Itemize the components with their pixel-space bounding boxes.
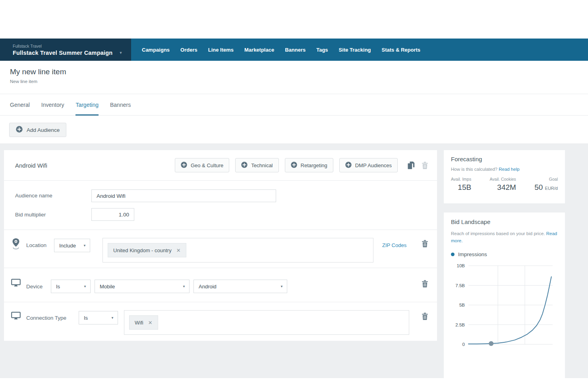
chevron-down-icon: ▼ bbox=[119, 51, 122, 55]
legend-label: Impressions bbox=[458, 251, 487, 257]
svg-text:7.5B: 7.5B bbox=[455, 283, 465, 288]
chevron-down-icon: ▼ bbox=[83, 244, 86, 247]
forecasting-title: Forecasting bbox=[451, 156, 558, 162]
connection-type-label: Connection Type bbox=[26, 315, 66, 321]
location-label: Location bbox=[26, 242, 46, 248]
connection-tags-field[interactable]: Wifi ✕ bbox=[124, 310, 409, 335]
bid-landscape-description: Reach of impressions based on your bid p… bbox=[451, 231, 545, 236]
audience-card-header: Android Wifi Geo & Culture Technical Ret… bbox=[4, 150, 437, 181]
delete-device-row-icon[interactable] bbox=[422, 280, 428, 288]
audience-card: Android Wifi Geo & Culture Technical Ret… bbox=[4, 150, 437, 341]
connection-targeting-row: Connection Type Is ▼ Wifi ✕ bbox=[4, 302, 437, 342]
remove-tag-icon[interactable]: ✕ bbox=[148, 320, 153, 325]
remove-tag-icon[interactable]: ✕ bbox=[176, 248, 181, 253]
targeting-add-buttons: Geo & Culture Technical Retargeting DMP … bbox=[175, 158, 398, 172]
device-operator-select[interactable]: Is ▼ bbox=[51, 280, 91, 293]
svg-text:0: 0 bbox=[462, 342, 465, 347]
app-screen: Fullstack Travel Fullstack Travel Summer… bbox=[0, 0, 588, 392]
delete-connection-row-icon[interactable] bbox=[422, 313, 428, 320]
tab-general[interactable]: General bbox=[10, 95, 30, 115]
advertiser-name: Fullstack Travel bbox=[13, 44, 131, 48]
main-menu: Campaigns Orders Line Items Marketplace … bbox=[142, 39, 420, 61]
audience-title: Android Wifi bbox=[15, 162, 47, 169]
device-targeting-row: Device Is ▼ Mobile ▼ Android ▼ bbox=[4, 268, 437, 302]
forecasting-panel: Forecasting How is this calculated? Read… bbox=[444, 150, 565, 203]
nav-item-tags[interactable]: Tags bbox=[316, 47, 328, 53]
nav-item-site-tracking[interactable]: Site Tracking bbox=[339, 47, 371, 53]
goal-unit: EUR/d bbox=[545, 186, 558, 191]
stat-avail-imps: Avail. Imps 15B bbox=[451, 177, 471, 192]
nav-item-stats-reports[interactable]: Stats & Reports bbox=[382, 47, 421, 53]
tab-banners[interactable]: Banners bbox=[110, 95, 131, 115]
stat-goal: Goal 50 EUR/d bbox=[534, 177, 558, 192]
device-type-select[interactable]: Mobile ▼ bbox=[95, 280, 190, 293]
impressions-line-chart: 10B7.5B5B2.5B0 bbox=[451, 263, 557, 348]
add-retargeting-button[interactable]: Retargeting bbox=[285, 158, 333, 172]
forecasting-help-text: How is this calculated? bbox=[451, 167, 497, 172]
page-subtitle: New line item bbox=[10, 79, 588, 84]
tab-targeting[interactable]: Targeting bbox=[75, 95, 99, 115]
chevron-down-icon: ▼ bbox=[83, 285, 87, 288]
delete-audience-icon[interactable] bbox=[422, 162, 428, 169]
nav-item-campaigns[interactable]: Campaigns bbox=[142, 47, 170, 53]
page-title: My new line item bbox=[10, 68, 588, 76]
chart-legend: Impressions bbox=[451, 251, 558, 257]
bid-landscape-chart: 10B7.5B5B2.5B0 bbox=[451, 263, 558, 349]
stat-avail-cookies: Avail. Cookies 342M bbox=[490, 177, 516, 192]
device-monitor-icon bbox=[11, 279, 21, 288]
svg-text:2.5B: 2.5B bbox=[455, 322, 465, 327]
add-geo-culture-button[interactable]: Geo & Culture bbox=[175, 158, 229, 172]
nav-item-orders[interactable]: Orders bbox=[180, 47, 197, 53]
top-navbar: Fullstack Travel Fullstack Travel Summer… bbox=[0, 39, 588, 61]
connection-monitor-icon bbox=[11, 312, 21, 321]
location-tags-field[interactable]: United Kingdom - country ✕ bbox=[103, 238, 373, 263]
forecasting-stats: Avail. Imps 15B Avail. Cookies 342M Goal… bbox=[451, 177, 558, 192]
nav-item-marketplace[interactable]: Marketplace bbox=[244, 47, 274, 53]
add-audience-button[interactable]: Add Audience bbox=[9, 123, 66, 137]
bid-landscape-panel: Bid Landscape Reach of impressions based… bbox=[444, 212, 565, 378]
bid-multiplier-label: Bid multiplier bbox=[15, 212, 46, 218]
campaign-switcher[interactable]: Fullstack Travel Fullstack Travel Summer… bbox=[0, 39, 131, 61]
chevron-down-icon: ▼ bbox=[182, 285, 186, 288]
location-pin-icon bbox=[11, 238, 21, 251]
read-help-link[interactable]: Read help bbox=[499, 167, 519, 172]
location-tag: United Kingdom - country ✕ bbox=[108, 243, 186, 257]
audience-name-input[interactable] bbox=[91, 189, 276, 202]
device-label: Device bbox=[26, 284, 43, 290]
page-header: My new line item New line item bbox=[0, 61, 588, 94]
location-targeting-row: Location Include ▼ United Kingdom - coun… bbox=[4, 230, 437, 268]
device-os-select[interactable]: Android ▼ bbox=[193, 280, 287, 293]
plus-circle-icon bbox=[291, 162, 297, 169]
location-operator-select[interactable]: Include ▼ bbox=[54, 239, 90, 252]
audience-basic-fields: Audience name Bid multiplier bbox=[4, 181, 437, 230]
audience-actions bbox=[407, 161, 428, 170]
tabs-bar: General Inventory Targeting Banners bbox=[0, 95, 588, 116]
add-technical-button[interactable]: Technical bbox=[235, 158, 279, 172]
bid-landscape-title: Bid Landscape bbox=[451, 218, 558, 225]
legend-dot-icon bbox=[451, 253, 455, 256]
duplicate-audience-icon[interactable] bbox=[407, 161, 415, 170]
plus-circle-icon bbox=[241, 162, 248, 169]
bid-multiplier-input[interactable] bbox=[91, 208, 134, 221]
plus-circle-icon bbox=[181, 162, 187, 169]
add-audience-bar: Add Audience bbox=[0, 116, 588, 143]
chevron-down-icon: ▼ bbox=[111, 316, 114, 320]
connection-tag: Wifi ✕ bbox=[129, 315, 158, 330]
plus-circle-icon bbox=[345, 162, 352, 169]
plus-circle-icon bbox=[16, 126, 23, 134]
nav-item-banners[interactable]: Banners bbox=[285, 47, 306, 53]
connection-operator-select[interactable]: Is ▼ bbox=[79, 311, 118, 324]
zip-codes-link[interactable]: ZIP Codes bbox=[382, 242, 406, 248]
chevron-down-icon: ▼ bbox=[280, 285, 283, 288]
add-dmp-audiences-button[interactable]: DMP Audiences bbox=[339, 158, 398, 172]
audience-name-label: Audience name bbox=[15, 193, 52, 199]
campaign-name: Fullstack Travel Summer Campaign bbox=[13, 50, 112, 56]
nav-item-line-items[interactable]: Line Items bbox=[208, 47, 234, 53]
delete-location-row-icon[interactable] bbox=[422, 240, 428, 247]
svg-text:5B: 5B bbox=[459, 303, 465, 307]
tab-inventory[interactable]: Inventory bbox=[41, 95, 64, 115]
svg-text:10B: 10B bbox=[457, 263, 465, 268]
content-area: Android Wifi Geo & Culture Technical Ret… bbox=[0, 143, 588, 378]
